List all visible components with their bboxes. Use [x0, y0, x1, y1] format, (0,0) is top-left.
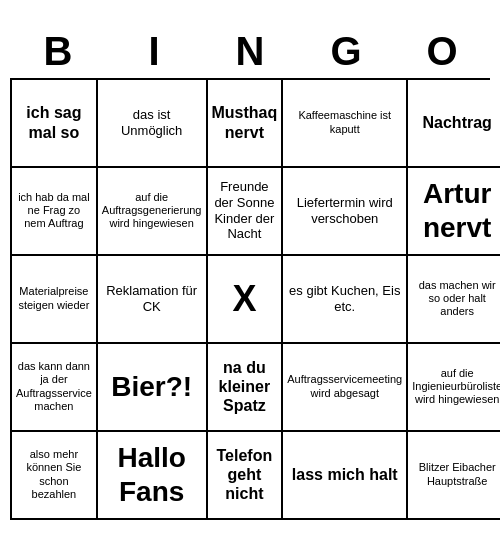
bingo-cell-8: Liefertermin wird verschoben	[283, 168, 408, 256]
bingo-cell-14: das machen wir so oder halt anders	[408, 256, 500, 344]
header-i: I	[108, 29, 200, 74]
bingo-cell-0: ich sag mal so	[12, 80, 98, 168]
header-n: N	[204, 29, 296, 74]
bingo-cell-19: auf die Ingienieurbüroliste wird hingewi…	[408, 344, 500, 432]
bingo-cell-9: Artur nervt	[408, 168, 500, 256]
bingo-cell-15: das kann dann ja der Auftragsservice mac…	[12, 344, 98, 432]
header-b: B	[12, 29, 104, 74]
bingo-cell-1: das ist Unmöglich	[98, 80, 208, 168]
bingo-cell-3: Kaffeemaschine ist kaputt	[283, 80, 408, 168]
bingo-cell-18: Auftragsservicemeeting wird abgesagt	[283, 344, 408, 432]
bingo-header: B I N G O	[10, 25, 490, 78]
bingo-cell-13: es gibt Kuchen, Eis etc.	[283, 256, 408, 344]
bingo-cell-21: Hallo Fans	[98, 432, 208, 520]
bingo-cell-23: lass mich halt	[283, 432, 408, 520]
bingo-cell-22: Telefon geht nicht	[208, 432, 284, 520]
bingo-cell-11: Reklamation für CK	[98, 256, 208, 344]
header-g: G	[300, 29, 392, 74]
bingo-cell-7: Freunde der Sonne Kinder der Nacht	[208, 168, 284, 256]
bingo-cell-2: Musthaq nervt	[208, 80, 284, 168]
bingo-cell-16: Bier?!	[98, 344, 208, 432]
bingo-cell-12: X	[208, 256, 284, 344]
bingo-cell-20: also mehr können Sie schon bezahlen	[12, 432, 98, 520]
bingo-cell-5: ich hab da mal ne Frag zo nem Auftrag	[12, 168, 98, 256]
bingo-cell-4: Nachtrag	[408, 80, 500, 168]
bingo-grid: ich sag mal sodas ist UnmöglichMusthaq n…	[10, 78, 490, 520]
bingo-cell-17: na du kleiner Spatz	[208, 344, 284, 432]
bingo-cell-24: Blitzer Eibacher Hauptstraße	[408, 432, 500, 520]
bingo-cell-10: Materialpreise steigen wieder	[12, 256, 98, 344]
bingo-cell-6: auf die Auftragsgenerierung wird hingewi…	[98, 168, 208, 256]
header-o: O	[396, 29, 488, 74]
bingo-card: B I N G O ich sag mal sodas ist Unmöglic…	[10, 25, 490, 520]
